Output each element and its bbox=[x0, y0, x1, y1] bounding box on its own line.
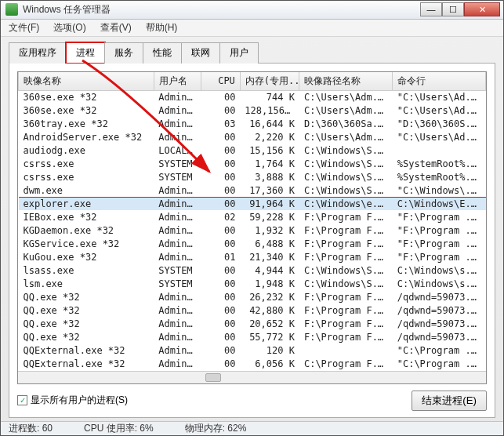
titlebar[interactable]: Windows 任务管理器 — ☐ ✕ bbox=[1, 1, 503, 20]
cell-path: F:\Program F... bbox=[299, 303, 393, 317]
cell-cpu: 00 bbox=[201, 223, 241, 237]
cell-mem: 3,888 K bbox=[240, 170, 299, 183]
close-button[interactable]: ✕ bbox=[464, 2, 500, 16]
cell-path: F:\Program F... bbox=[299, 290, 393, 303]
tab-services[interactable]: 服务 bbox=[104, 42, 143, 64]
table-row[interactable]: QQExternal.exe *32Admini...00120 K"C:\Pr… bbox=[19, 343, 486, 357]
cell-cpu: 00 bbox=[201, 290, 241, 303]
table-row[interactable]: lsass.exeSYSTEM004,944 KC:\Windows\S...C… bbox=[19, 263, 486, 277]
cell-cpu: 00 bbox=[201, 104, 241, 117]
cell-cpu: 00 bbox=[201, 343, 241, 357]
cell-path: D:\360\360Sa... bbox=[299, 117, 393, 130]
cell-cpu: 00 bbox=[201, 317, 241, 330]
cell-cpu: 02 bbox=[201, 210, 241, 223]
cell-mem: 55,772 K bbox=[240, 330, 299, 343]
cell-mem: 21,340 K bbox=[240, 250, 299, 263]
end-process-button[interactable]: 结束进程(E) bbox=[412, 391, 487, 411]
tab-processes[interactable]: 进程 bbox=[66, 42, 105, 64]
table-row[interactable]: AndroidServer.exe *32Admini...002,220 KC… bbox=[19, 130, 486, 144]
cell-image: KGService.exe *32 bbox=[19, 237, 154, 250]
table-row[interactable]: IEBox.exe *32Admini...0259,228 KF:\Progr… bbox=[19, 210, 486, 223]
cell-cmd: "C:\Program ... bbox=[393, 357, 486, 370]
tab-users[interactable]: 用户 bbox=[219, 42, 259, 64]
col-path[interactable]: 映像路径名称 bbox=[299, 72, 393, 91]
table-row[interactable]: KGDaemon.exe *32Admini...001,932 KF:\Pro… bbox=[19, 223, 486, 237]
show-all-users-label: 显示所有用户的进程(S) bbox=[31, 394, 128, 407]
cell-user: Admini... bbox=[154, 183, 201, 197]
cell-cmd: /qdwnd=59073... bbox=[393, 330, 486, 343]
table-row[interactable]: 360se.exe *32Admini...00128,156 KC:\User… bbox=[19, 104, 486, 117]
cell-cpu: 00 bbox=[201, 357, 241, 370]
cell-cmd: "F:\Program ... bbox=[393, 250, 486, 263]
cell-path: F:\Program F... bbox=[299, 237, 393, 250]
cell-cmd: "C:\Users\Ad... bbox=[393, 130, 486, 144]
app-icon bbox=[5, 3, 18, 16]
table-row[interactable]: QQ.exe *32Admini...0020,652 KF:\Program … bbox=[19, 317, 486, 330]
cell-user: SYSTEM bbox=[154, 263, 201, 277]
table-row[interactable]: QQ.exe *32Admini...0042,880 KF:\Program … bbox=[19, 303, 486, 317]
table-row[interactable]: KGService.exe *32Admini...006,488 KF:\Pr… bbox=[19, 237, 486, 250]
process-table-wrap[interactable]: 映像名称 用户名 CPU 内存(专用... 映像路径名称 命令行 360se.e… bbox=[17, 71, 487, 384]
show-all-users-checkbox[interactable]: ✓ 显示所有用户的进程(S) bbox=[17, 394, 128, 407]
table-row[interactable]: KuGou.exe *32Admini...0121,340 KF:\Progr… bbox=[19, 250, 486, 263]
table-row[interactable]: QQ.exe *32Admini...0055,772 KF:\Program … bbox=[19, 330, 486, 343]
cell-image: KuGou.exe *32 bbox=[19, 250, 154, 263]
minimize-button[interactable]: — bbox=[420, 2, 442, 16]
tab-performance[interactable]: 性能 bbox=[143, 42, 182, 64]
table-row[interactable]: dwm.exeAdmini...0017,360 KC:\Windows\S..… bbox=[19, 183, 486, 197]
table-row[interactable]: QQExternal.exe *32Admini...006,056 KC:\P… bbox=[19, 357, 486, 370]
table-row[interactable]: 360tray.exe *32Admini...0316,644 KD:\360… bbox=[19, 117, 486, 130]
cell-mem: 26,232 K bbox=[240, 290, 299, 303]
cell-mem: 16,644 K bbox=[240, 117, 299, 130]
maximize-button[interactable]: ☐ bbox=[442, 2, 464, 16]
table-row[interactable]: csrss.exeSYSTEM003,888 KC:\Windows\S...%… bbox=[19, 170, 486, 183]
cell-path bbox=[299, 343, 393, 357]
table-row[interactable]: explorer.exeAdmini...0091,964 KC:\Window… bbox=[19, 197, 486, 210]
menu-file[interactable]: 文件(F) bbox=[5, 20, 42, 36]
cell-path: C:\Windows\S... bbox=[299, 170, 393, 183]
horizontal-scrollbar[interactable] bbox=[18, 371, 486, 383]
task-manager-window: Windows 任务管理器 — ☐ ✕ 文件(F) 选项(O) 查看(V) 帮助… bbox=[0, 0, 504, 436]
cell-cmd: C:\Windows\E... bbox=[393, 197, 486, 210]
tab-networking[interactable]: 联网 bbox=[181, 42, 220, 64]
cell-image: 360tray.exe *32 bbox=[19, 117, 154, 130]
cell-mem: 1,764 K bbox=[240, 157, 299, 170]
status-memory-usage: 物理内存: 62% bbox=[185, 422, 247, 435]
table-row[interactable]: csrss.exeSYSTEM001,764 KC:\Windows\S...%… bbox=[19, 157, 486, 170]
scrollbar-thumb[interactable] bbox=[205, 373, 221, 382]
cell-path: C:\Windows\S... bbox=[299, 183, 393, 197]
menu-view[interactable]: 查看(V) bbox=[97, 20, 135, 36]
cell-path: C:\Program F... bbox=[299, 357, 393, 370]
menu-help[interactable]: 帮助(H) bbox=[143, 20, 181, 36]
cell-user: Admini... bbox=[154, 223, 201, 237]
tab-strip: 应用程序 进程 服务 性能 联网 用户 bbox=[9, 42, 495, 64]
table-row[interactable]: audiodg.exeLOCAL ...0015,156 KC:\Windows… bbox=[19, 144, 486, 157]
cell-user: Admini... bbox=[154, 343, 201, 357]
cell-user: Admini... bbox=[154, 117, 201, 130]
cell-cpu: 00 bbox=[201, 303, 241, 317]
cell-path: F:\Program F... bbox=[299, 223, 393, 237]
cell-cmd: /qdwnd=59073... bbox=[393, 290, 486, 303]
cell-image: csrss.exe bbox=[19, 157, 154, 170]
table-row[interactable]: QQ.exe *32Admini...0026,232 KF:\Program … bbox=[19, 290, 486, 303]
cell-cmd: "C:\Windows\... bbox=[393, 183, 486, 197]
col-cpu[interactable]: CPU bbox=[201, 72, 241, 91]
tab-applications[interactable]: 应用程序 bbox=[9, 42, 67, 64]
cell-cpu: 00 bbox=[201, 144, 241, 157]
col-memory[interactable]: 内存(专用... bbox=[240, 72, 299, 91]
cell-path: F:\Program F... bbox=[299, 330, 393, 343]
col-user[interactable]: 用户名 bbox=[154, 72, 201, 91]
table-row[interactable]: 360se.exe *32Admini...00744 KC:\Users\Ad… bbox=[19, 90, 486, 104]
col-image-name[interactable]: 映像名称 bbox=[19, 72, 154, 91]
cell-mem: 91,964 K bbox=[240, 197, 299, 210]
cell-path: C:\Users\Adm... bbox=[299, 104, 393, 117]
col-command[interactable]: 命令行 bbox=[393, 72, 486, 91]
cell-image: QQ.exe *32 bbox=[19, 290, 154, 303]
table-row[interactable]: lsm.exeSYSTEM001,948 KC:\Windows\S...C:\… bbox=[19, 277, 486, 290]
menu-options[interactable]: 选项(O) bbox=[50, 20, 89, 36]
cell-cpu: 00 bbox=[201, 263, 241, 277]
cell-user: Admini... bbox=[154, 357, 201, 370]
cell-path: F:\Program F... bbox=[299, 210, 393, 223]
checkbox-icon: ✓ bbox=[17, 395, 27, 405]
cell-cpu: 00 bbox=[201, 90, 241, 104]
